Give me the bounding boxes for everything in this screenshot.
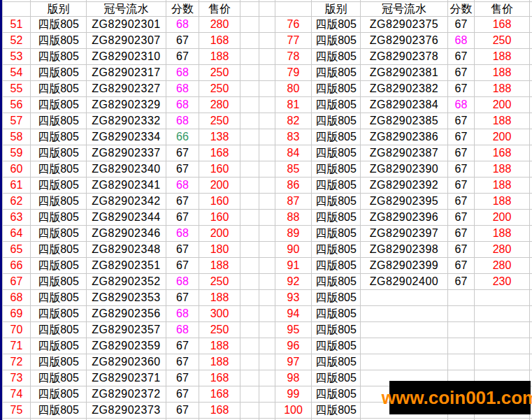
row-number-cell[interactable]: 51 (3, 17, 31, 33)
price-cell[interactable]: 280 (199, 97, 240, 113)
empty-cell[interactable] (240, 161, 259, 178)
price-cell[interactable]: 180 (199, 242, 240, 258)
score-cell[interactable]: 68 (166, 306, 199, 322)
score-cell[interactable]: 67 (448, 210, 475, 226)
row-number-cell[interactable]: 94 (275, 306, 312, 322)
empty-cell[interactable] (240, 65, 259, 81)
score-cell[interactable]: 67 (166, 354, 199, 370)
edition-cell[interactable]: 四版805 (312, 194, 361, 210)
empty-cell[interactable] (530, 290, 532, 306)
empty-cell[interactable] (259, 178, 275, 194)
edition-cell[interactable]: 四版805 (312, 33, 361, 49)
empty-cell[interactable] (259, 161, 275, 178)
empty-cell[interactable] (240, 354, 259, 370)
edition-cell[interactable]: 四版805 (312, 145, 361, 161)
empty-cell[interactable] (259, 290, 275, 306)
price-cell[interactable]: 168 (199, 145, 240, 161)
price-cell[interactable]: 280 (475, 258, 530, 274)
empty-cell[interactable] (259, 97, 275, 113)
price-cell[interactable]: 188 (475, 178, 530, 194)
price-cell[interactable]: 160 (199, 161, 240, 178)
row-number-cell[interactable]: 90 (275, 242, 312, 258)
edition-cell[interactable]: 四版805 (31, 81, 87, 97)
empty-cell[interactable] (240, 242, 259, 258)
edition-cell[interactable]: 四版805 (312, 290, 361, 306)
serial-cell[interactable] (361, 354, 448, 370)
empty-cell[interactable] (240, 290, 259, 306)
score-cell[interactable]: 68 (166, 178, 199, 194)
score-cell[interactable]: 67 (166, 194, 199, 210)
price-cell[interactable]: 188 (475, 226, 530, 242)
edition-cell[interactable]: 四版805 (31, 97, 87, 113)
edition-cell[interactable]: 四版805 (31, 145, 87, 161)
serial-cell[interactable]: ZG82902360 (87, 354, 166, 370)
score-cell[interactable]: 67 (448, 194, 475, 210)
row-number-cell[interactable]: 96 (275, 338, 312, 354)
empty-cell[interactable] (240, 17, 259, 33)
price-cell[interactable]: 200 (475, 129, 530, 145)
empty-cell[interactable] (259, 386, 275, 403)
serial-cell[interactable]: ZG82902376 (361, 33, 448, 49)
score-cell[interactable]: 68 (166, 97, 199, 113)
empty-cell[interactable] (530, 194, 532, 210)
price-cell[interactable]: 188 (199, 49, 240, 65)
empty-cell[interactable] (240, 403, 259, 419)
row-number-cell[interactable]: 89 (275, 226, 312, 242)
score-cell[interactable]: 67 (166, 338, 199, 354)
edition-cell[interactable]: 四版805 (312, 178, 361, 194)
row-number-cell[interactable]: 92 (275, 274, 312, 290)
serial-cell[interactable]: ZG82902344 (87, 210, 166, 226)
edition-cell[interactable]: 四版805 (312, 403, 361, 419)
score-cell[interactable]: 67 (448, 17, 475, 33)
edition-cell[interactable]: 四版805 (312, 97, 361, 113)
row-number-cell[interactable]: 93 (275, 290, 312, 306)
empty-cell[interactable] (530, 145, 532, 161)
serial-cell[interactable]: ZG82902346 (87, 226, 166, 242)
row-number-cell[interactable]: 83 (275, 129, 312, 145)
empty-cell[interactable] (259, 322, 275, 338)
edition-cell[interactable]: 四版805 (31, 161, 87, 178)
serial-cell[interactable]: ZG82902327 (87, 81, 166, 97)
score-cell[interactable]: 67 (166, 161, 199, 178)
row-number-cell[interactable]: 74 (3, 386, 31, 403)
score-cell[interactable]: 67 (166, 33, 199, 49)
price-cell[interactable]: 188 (199, 354, 240, 370)
empty-cell[interactable] (240, 386, 259, 403)
serial-cell[interactable]: ZG82902342 (87, 194, 166, 210)
empty-cell[interactable] (259, 17, 275, 33)
empty-cell[interactable] (259, 2, 275, 17)
score-cell[interactable]: 67 (448, 65, 475, 81)
column-header-serial-left[interactable]: 冠号流水 (87, 2, 166, 17)
empty-cell[interactable] (240, 210, 259, 226)
serial-cell[interactable]: ZG82902301 (87, 17, 166, 33)
serial-cell[interactable]: ZG82902386 (361, 129, 448, 145)
empty-cell[interactable] (530, 226, 532, 242)
row-number-cell[interactable]: 97 (275, 354, 312, 370)
empty-cell[interactable] (530, 97, 532, 113)
row-number-cell[interactable]: 99 (275, 386, 312, 403)
row-number-cell[interactable]: 73 (3, 370, 31, 386)
serial-cell[interactable]: ZG82902378 (361, 49, 448, 65)
serial-cell[interactable]: ZG82902357 (87, 322, 166, 338)
empty-cell[interactable] (259, 226, 275, 242)
serial-cell[interactable]: ZG82902372 (87, 386, 166, 403)
row-number-cell[interactable]: 68 (3, 290, 31, 306)
empty-cell[interactable] (259, 81, 275, 97)
empty-cell[interactable] (530, 338, 532, 354)
score-cell[interactable]: 66 (166, 129, 199, 145)
score-cell[interactable]: 67 (166, 258, 199, 274)
price-cell[interactable] (475, 354, 530, 370)
serial-cell[interactable]: ZG82902307 (87, 33, 166, 49)
score-cell[interactable]: 67 (166, 242, 199, 258)
serial-cell[interactable]: ZG82902384 (361, 97, 448, 113)
edition-cell[interactable]: 四版805 (31, 290, 87, 306)
edition-cell[interactable]: 四版805 (31, 274, 87, 290)
price-cell[interactable]: 250 (199, 113, 240, 129)
edition-cell[interactable]: 四版805 (31, 33, 87, 49)
price-cell[interactable]: 300 (199, 306, 240, 322)
row-number-cell[interactable]: 57 (3, 113, 31, 129)
price-cell[interactable]: 250 (475, 33, 530, 49)
price-cell[interactable]: 200 (475, 210, 530, 226)
score-cell[interactable]: 68 (166, 81, 199, 97)
price-cell[interactable]: 250 (199, 274, 240, 290)
